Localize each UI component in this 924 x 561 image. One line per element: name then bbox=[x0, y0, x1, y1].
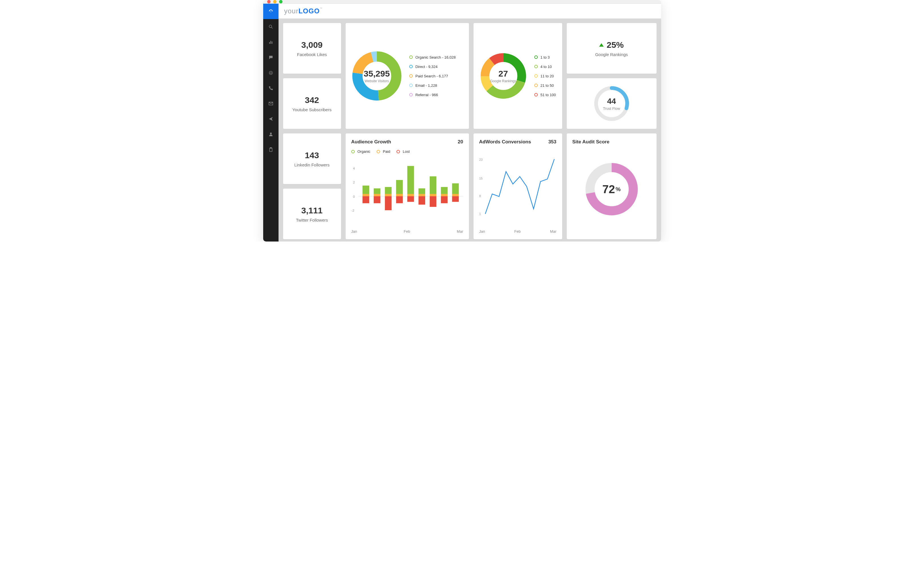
card-google-rankings[interactable]: 27 Google Rankings 1 to 3 4 to 10 11 to … bbox=[474, 23, 562, 129]
legend-item: 1 to 3 bbox=[534, 55, 556, 59]
svg-rect-49 bbox=[441, 194, 448, 196]
sidebar bbox=[263, 4, 279, 242]
card-facebook-likes[interactable]: 3,009 Facebook Likes bbox=[283, 23, 341, 74]
svg-rect-3 bbox=[270, 41, 271, 44]
stat-label: Google Rankings bbox=[595, 52, 628, 57]
svg-rect-45 bbox=[429, 176, 436, 194]
svg-text:2: 2 bbox=[353, 180, 355, 184]
svg-point-6 bbox=[270, 72, 272, 74]
card-trust-flow[interactable]: 44 Trust Flow bbox=[567, 78, 657, 129]
svg-rect-38 bbox=[396, 196, 403, 203]
svg-text:-2: -2 bbox=[351, 209, 354, 212]
nav-clipboard[interactable] bbox=[263, 142, 279, 157]
chat-icon bbox=[268, 55, 273, 60]
logo[interactable]: yourLOGO™ bbox=[284, 7, 322, 15]
card-adwords-conversions[interactable]: AdWords Conversions 353 23 15 8 1 J bbox=[474, 134, 562, 239]
svg-text:0: 0 bbox=[353, 195, 355, 199]
card-youtube-subscribers[interactable]: 342 Youtube Subscribers bbox=[283, 78, 341, 129]
svg-rect-9 bbox=[270, 147, 272, 149]
svg-rect-35 bbox=[385, 196, 392, 210]
logo-main: LOGO bbox=[298, 7, 320, 15]
legend-item: Paid Search - 6,177 bbox=[409, 74, 456, 78]
legend: Organic Paid Lost bbox=[351, 149, 463, 153]
svg-rect-50 bbox=[441, 196, 448, 203]
legend-item: 4 to 10 bbox=[534, 65, 556, 69]
send-icon bbox=[268, 116, 273, 122]
nav-dashboard[interactable] bbox=[263, 4, 279, 19]
stat-label: Youtube Subscribers bbox=[292, 107, 332, 112]
legend-item: Email - 1,228 bbox=[409, 83, 456, 87]
svg-rect-2 bbox=[269, 42, 270, 44]
svg-rect-41 bbox=[407, 196, 414, 202]
chart-title: Audience Growth bbox=[351, 139, 392, 145]
svg-point-0 bbox=[269, 25, 272, 28]
svg-rect-39 bbox=[407, 166, 414, 194]
svg-rect-34 bbox=[385, 194, 392, 196]
stat-value: 3,111 bbox=[301, 206, 322, 215]
svg-rect-43 bbox=[418, 194, 425, 196]
gauge-label: Trust Flow bbox=[603, 107, 620, 111]
svg-text:4: 4 bbox=[353, 166, 355, 170]
svg-rect-30 bbox=[374, 188, 380, 194]
chart-title: Site Audit Score bbox=[572, 139, 651, 145]
nav-user[interactable] bbox=[263, 126, 279, 142]
donut-label: Website Visitors bbox=[364, 79, 389, 83]
close-dot[interactable] bbox=[267, 0, 271, 3]
svg-line-1 bbox=[272, 27, 273, 29]
svg-rect-52 bbox=[452, 194, 459, 196]
chart-value: 353 bbox=[548, 139, 556, 145]
card-website-visitors[interactable]: 35,295 Website Visitors Organic Search -… bbox=[346, 23, 469, 129]
gauge-suffix: % bbox=[616, 186, 621, 193]
x-axis: JanFebMar bbox=[351, 229, 463, 233]
email-icon bbox=[268, 101, 273, 106]
gauge-value: 72 bbox=[602, 183, 615, 196]
svg-rect-44 bbox=[418, 196, 425, 205]
svg-rect-42 bbox=[418, 188, 425, 194]
nav-search[interactable] bbox=[263, 19, 279, 35]
svg-rect-28 bbox=[362, 194, 369, 196]
nav-analytics[interactable] bbox=[263, 35, 279, 50]
svg-point-5 bbox=[269, 71, 273, 75]
nav-target[interactable] bbox=[263, 65, 279, 81]
window-controls bbox=[267, 0, 282, 3]
nav-phone[interactable] bbox=[263, 81, 279, 96]
donut-label: Google Rankings bbox=[490, 79, 516, 83]
chart-title: AdWords Conversions bbox=[479, 139, 531, 145]
clipboard-icon bbox=[268, 147, 273, 152]
svg-text:23: 23 bbox=[479, 158, 483, 161]
legend-item: 21 to 50 bbox=[534, 83, 556, 87]
svg-rect-33 bbox=[385, 187, 392, 194]
nav-email[interactable] bbox=[263, 96, 279, 111]
legend-item: 11 to 20 bbox=[534, 74, 556, 78]
logo-tm: ™ bbox=[320, 7, 322, 10]
up-arrow-icon bbox=[599, 43, 604, 47]
card-rank-change[interactable]: 25% Google Rankings bbox=[567, 23, 657, 74]
card-twitter-followers[interactable]: 3,111 Twitter Followers bbox=[283, 189, 341, 239]
title-bar bbox=[263, 0, 661, 4]
svg-rect-27 bbox=[362, 185, 369, 194]
stat-value: 143 bbox=[304, 150, 319, 160]
stat-value: 25% bbox=[606, 40, 624, 50]
nav-send[interactable] bbox=[263, 111, 279, 126]
bar-chart-icon bbox=[268, 39, 273, 45]
svg-rect-4 bbox=[272, 42, 272, 44]
card-audience-growth[interactable]: Audience Growth 20 Organic Paid Lost 4 2… bbox=[346, 134, 469, 239]
card-linkedin-followers[interactable]: 143 Linkedin Followers bbox=[283, 134, 341, 184]
svg-rect-53 bbox=[452, 196, 459, 202]
stat-value: 342 bbox=[304, 95, 319, 105]
legend-item: 51 to 100 bbox=[534, 93, 556, 97]
stat-label: Twitter Followers bbox=[296, 218, 328, 223]
svg-rect-36 bbox=[396, 180, 403, 194]
line-chart: 23 15 8 1 bbox=[479, 147, 556, 227]
svg-rect-48 bbox=[441, 187, 448, 194]
svg-text:1: 1 bbox=[479, 212, 481, 216]
nav-chat[interactable] bbox=[263, 50, 279, 65]
legend-item: Organic Search - 16,028 bbox=[409, 55, 456, 59]
legend-item: Direct - 9,324 bbox=[409, 65, 456, 69]
gauge-value: 44 bbox=[607, 97, 616, 106]
card-site-audit[interactable]: Site Audit Score 72% bbox=[567, 134, 657, 239]
minimize-dot[interactable] bbox=[273, 0, 276, 3]
stat-value: 3,009 bbox=[301, 40, 322, 50]
phone-icon bbox=[268, 86, 273, 91]
maximize-dot[interactable] bbox=[279, 0, 282, 3]
